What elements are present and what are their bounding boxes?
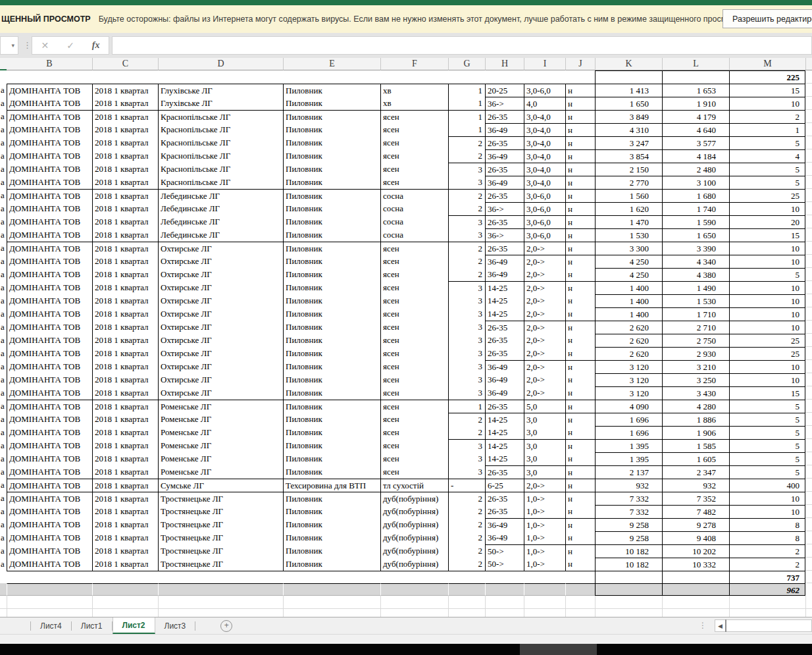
- sheet-tab-лист1[interactable]: Лист1: [72, 621, 113, 631]
- cell-b[interactable]: ДОМІНАНТА ТОВ: [7, 321, 92, 334]
- cell-m[interactable]: 5: [729, 452, 805, 465]
- cell-i[interactable]: 3,0: [524, 413, 565, 426]
- cell-i[interactable]: [524, 583, 565, 596]
- cell-e[interactable]: Пиловник: [283, 136, 380, 149]
- cell-d[interactable]: Роменське ЛГ: [158, 452, 283, 465]
- cell-h[interactable]: [485, 70, 524, 84]
- cell-b[interactable]: ДОМІНАНТА ТОВ: [7, 215, 92, 228]
- cell-m[interactable]: 400: [729, 479, 805, 492]
- cell-i[interactable]: 3,0-4,0: [524, 110, 565, 123]
- cell-k[interactable]: 9 258: [595, 518, 662, 531]
- cell-j[interactable]: [565, 609, 595, 617]
- cell-h[interactable]: 26-35: [485, 465, 524, 479]
- cell-h[interactable]: 36-49: [485, 386, 524, 400]
- cell-i[interactable]: 2,0->: [524, 255, 565, 268]
- cell-a[interactable]: а: [0, 426, 7, 439]
- cell-l[interactable]: 7 352: [662, 492, 729, 505]
- cell-e[interactable]: Пиловник: [283, 84, 380, 97]
- cell-n[interactable]: [805, 505, 812, 518]
- cell-f[interactable]: сосна: [380, 202, 448, 215]
- cell-l[interactable]: 1 653: [662, 84, 729, 97]
- enter-icon[interactable]: ✓: [66, 40, 74, 51]
- cell-d[interactable]: Лебединське ЛГ: [158, 228, 283, 242]
- cell-n[interactable]: [805, 360, 812, 373]
- cell-j[interactable]: н: [565, 347, 595, 360]
- cell-l[interactable]: 1 910: [662, 97, 729, 110]
- name-box-dropdown-icon[interactable]: ▾: [11, 42, 14, 49]
- cell-d[interactable]: Краснопільське ЛГ: [158, 136, 283, 149]
- cell-e[interactable]: Пиловник: [283, 189, 380, 202]
- cell-m[interactable]: 4: [729, 149, 805, 163]
- cell-e[interactable]: Техсировина для ВТП: [283, 479, 380, 492]
- cell-g[interactable]: 2: [448, 518, 485, 531]
- cell-c[interactable]: 2018 1 квартал: [92, 360, 158, 373]
- cell-n[interactable]: [805, 176, 812, 189]
- cell-k[interactable]: 10 182: [595, 544, 662, 558]
- cell-f[interactable]: дуб(побуріння): [380, 531, 448, 544]
- cell-a[interactable]: а: [0, 163, 7, 176]
- cell-d[interactable]: Лебединське ЛГ: [158, 202, 283, 215]
- cell-n[interactable]: [805, 123, 812, 136]
- cell-j[interactable]: н: [565, 558, 595, 571]
- cell-n[interactable]: [805, 373, 812, 386]
- cell-l[interactable]: [662, 596, 729, 609]
- cell-d[interactable]: Охтирське ЛГ: [158, 307, 283, 321]
- sheet-tab-лист3[interactable]: Лист3: [155, 621, 196, 631]
- cell-l[interactable]: 1 650: [662, 228, 729, 242]
- cell-h[interactable]: 14-25: [485, 307, 524, 321]
- cell-l[interactable]: 3 210: [662, 360, 729, 373]
- cell-k[interactable]: 1 530: [595, 228, 662, 242]
- cell-h[interactable]: [485, 596, 524, 609]
- cell-d[interactable]: Охтирське ЛГ: [158, 334, 283, 347]
- cell-b[interactable]: ДОМІНАНТА ТОВ: [7, 360, 92, 373]
- cell-j[interactable]: [565, 70, 595, 84]
- cell-c[interactable]: 2018 1 квартал: [92, 163, 158, 176]
- cell-f[interactable]: ясен: [380, 347, 448, 360]
- cell-h[interactable]: 36->: [485, 228, 524, 242]
- cell-b[interactable]: ДОМІНАНТА ТОВ: [7, 149, 92, 163]
- cell-k[interactable]: [595, 596, 662, 609]
- cell-d[interactable]: Тростянецьке ЛГ: [158, 492, 283, 505]
- cell-n[interactable]: [805, 255, 812, 268]
- cell-d[interactable]: Охтирське ЛГ: [158, 386, 283, 400]
- cell-j[interactable]: н: [565, 281, 595, 294]
- cell-a[interactable]: а: [0, 321, 7, 334]
- cell-m[interactable]: 2: [729, 558, 805, 571]
- cell-e[interactable]: Пиловник: [283, 294, 380, 307]
- cell-b[interactable]: ДОМІНАНТА ТОВ: [7, 268, 92, 281]
- cell-b[interactable]: ДОМІНАНТА ТОВ: [7, 110, 92, 123]
- cell-g[interactable]: 2: [448, 268, 485, 281]
- cell-j[interactable]: [565, 583, 595, 596]
- cell-a[interactable]: а: [0, 558, 7, 571]
- cell-k[interactable]: 1 400: [595, 281, 662, 294]
- cell-j[interactable]: н: [565, 202, 595, 215]
- cell-m[interactable]: 25: [729, 347, 805, 360]
- cell-c[interactable]: 2018 1 квартал: [92, 228, 158, 242]
- cell-h[interactable]: 36-49: [485, 518, 524, 531]
- cell-h[interactable]: 6-25: [485, 479, 524, 492]
- cell-b[interactable]: ДОМІНАНТА ТОВ: [7, 176, 92, 189]
- cell-d[interactable]: Охтирське ЛГ: [158, 281, 283, 294]
- cell-d[interactable]: [158, 571, 283, 583]
- cell-a[interactable]: а: [0, 84, 7, 97]
- cell-e[interactable]: Пиловник: [283, 281, 380, 294]
- cancel-icon[interactable]: ✕: [41, 40, 49, 51]
- cell-g[interactable]: 3: [448, 228, 485, 242]
- cell-j[interactable]: н: [565, 321, 595, 334]
- cell-g[interactable]: 3: [448, 215, 485, 228]
- cell-d[interactable]: Краснопільське ЛГ: [158, 110, 283, 123]
- cell-g[interactable]: 1: [448, 97, 485, 110]
- cell-b[interactable]: ДОМІНАНТА ТОВ: [7, 294, 92, 307]
- cell-g[interactable]: 2: [448, 255, 485, 268]
- cell-b[interactable]: ДОМІНАНТА ТОВ: [7, 479, 92, 492]
- cell-f[interactable]: [380, 596, 448, 609]
- cell-a[interactable]: а: [0, 347, 7, 360]
- cell-n[interactable]: [805, 439, 812, 452]
- cell-m[interactable]: 10: [729, 202, 805, 215]
- cell-n[interactable]: [805, 163, 812, 176]
- cell-i[interactable]: 5,0: [524, 400, 565, 413]
- cell-m[interactable]: 737: [729, 571, 805, 583]
- cell-b[interactable]: ДОМІНАНТА ТОВ: [7, 452, 92, 465]
- cell-f[interactable]: ясен: [380, 439, 448, 452]
- cell-e[interactable]: Пиловник: [283, 360, 380, 373]
